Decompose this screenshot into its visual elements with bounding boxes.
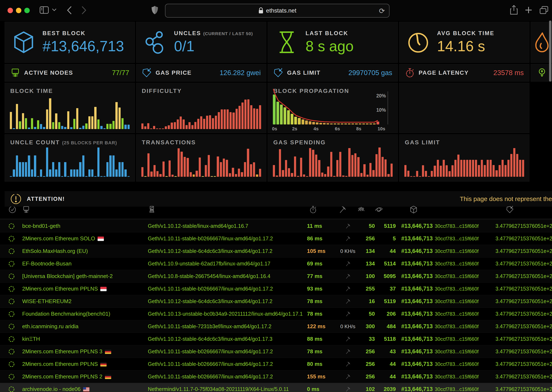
node-block-hash[interactable]: 30ccf783...c15f660f bbox=[435, 236, 495, 242]
bar bbox=[294, 156, 296, 177]
bar bbox=[76, 169, 78, 177]
node-block: #13,646,713 bbox=[401, 323, 435, 330]
node-name[interactable]: bce-bnd01-geth bbox=[22, 223, 148, 229]
bar bbox=[183, 119, 185, 129]
node-block-hash[interactable]: 30ccf783...c15f660f bbox=[435, 324, 495, 329]
node-pending: 5119 bbox=[375, 298, 396, 305]
sidebar-chevron-icon[interactable] bbox=[52, 8, 57, 11]
country-flag-sg bbox=[100, 287, 107, 291]
node-row[interactable]: 2Miners.com Ethereum PPLNS Geth/v1.10.11… bbox=[0, 282, 552, 295]
node-block-hash[interactable]: 30ccf783...c15f660f bbox=[435, 261, 495, 267]
vertical-scrollbar-thumb[interactable] bbox=[549, 21, 551, 82]
window-close-button[interactable] bbox=[7, 8, 13, 13]
node-block-hash[interactable]: 30ccf783...c15f660f bbox=[435, 223, 495, 229]
bar bbox=[197, 119, 199, 129]
bar bbox=[375, 154, 378, 177]
pickaxe-icon bbox=[345, 224, 351, 229]
pickaxe-icon bbox=[345, 236, 351, 241]
node-name[interactable]: 2Miners.com Ethereum PPLNS 2 bbox=[22, 373, 148, 380]
node-row[interactable]: kinΞTH Geth/v1.10.12-stable-6c4dc6c3/lin… bbox=[0, 333, 552, 345]
new-tab-icon[interactable] bbox=[525, 6, 532, 14]
node-row[interactable]: 2Miners.com Ethereum PPLNS Geth/v1.10.11… bbox=[0, 358, 552, 370]
column-header-people-icon[interactable] bbox=[357, 206, 375, 214]
node-block-hash[interactable]: 30ccf783...c15f660f bbox=[435, 374, 495, 380]
node-latency: 105 ms bbox=[307, 248, 338, 254]
node-name[interactable]: EthSolo.MaxHash.org (EU) bbox=[22, 248, 148, 254]
bar bbox=[221, 109, 223, 129]
node-block-hash[interactable]: 30ccf783...c15f660f bbox=[435, 361, 495, 367]
node-block-hash[interactable]: 30ccf783...c15f660f bbox=[435, 286, 495, 292]
column-header-retro-computer-icon[interactable] bbox=[148, 206, 307, 214]
stat-card-avg-block-time: AVG BLOCK TIME 14.16 s bbox=[399, 22, 529, 63]
node-row[interactable]: bce-bnd01-geth Geth/v1.10.12-stable/linu… bbox=[0, 220, 552, 232]
bar bbox=[256, 109, 258, 129]
node-name[interactable]: kinΞTH bbox=[22, 336, 148, 342]
bar bbox=[282, 170, 284, 177]
node-client: Geth/v1.10.12-stable-6c4dc6c3/linux-amd6… bbox=[148, 248, 307, 254]
node-row[interactable]: 2Miners.com Ethereum SOLO Geth/v1.10.11-… bbox=[0, 232, 552, 245]
sidebar-toggle-icon[interactable] bbox=[39, 6, 49, 14]
node-pending: 44 bbox=[375, 373, 396, 380]
bar bbox=[147, 123, 149, 129]
node-row[interactable]: Foundation Benchmarking(bench01) Geth/v1… bbox=[0, 308, 552, 320]
share-icon[interactable] bbox=[510, 5, 518, 15]
column-header-stopwatch-icon[interactable] bbox=[309, 206, 317, 214]
node-name[interactable]: 2Miners.com Ethereum PPLNS bbox=[22, 286, 148, 292]
window-minimize-button[interactable] bbox=[16, 8, 21, 13]
node-status-icon bbox=[8, 374, 22, 380]
bar bbox=[301, 119, 304, 125]
bar bbox=[106, 124, 108, 129]
node-name[interactable]: 2Miners.com Ethereum PPLNS bbox=[22, 361, 148, 367]
column-header-pickaxe-icon[interactable] bbox=[338, 206, 357, 214]
node-block-hash[interactable]: 30ccf783...c15f660f bbox=[435, 311, 495, 317]
mini-stat-value: 29970705 gas bbox=[348, 69, 392, 77]
column-header-monitor-icon[interactable] bbox=[22, 206, 148, 214]
node-name[interactable]: 2Miners.com Ethereum PPLNS 3 bbox=[22, 348, 148, 355]
column-header-saturn-icon[interactable] bbox=[375, 206, 396, 214]
node-name[interactable]: [Universa Blockchain] geth-mainnet-2 bbox=[22, 273, 148, 280]
stopwatch-icon bbox=[405, 68, 419, 78]
bar bbox=[214, 176, 216, 177]
bar bbox=[43, 176, 45, 177]
node-block-hash[interactable]: 30ccf783...c15f660f bbox=[435, 299, 495, 304]
hourglass-icon bbox=[268, 31, 306, 54]
node-row[interactable]: archivenode.io - node06 Nethermind/v1.11… bbox=[0, 383, 552, 392]
bar bbox=[404, 165, 407, 177]
node-row[interactable]: EthSolo.MaxHash.org (EU) Geth/v1.10.12-s… bbox=[0, 245, 552, 257]
column-header-cube-icon[interactable] bbox=[410, 206, 435, 214]
node-block-hash[interactable]: 30ccf783...c15f660f bbox=[435, 336, 495, 342]
node-pending: 44 bbox=[375, 361, 396, 367]
node-row[interactable]: [Universa Blockchain] geth-mainnet-2 Get… bbox=[0, 270, 552, 282]
node-row[interactable]: 2Miners.com Ethereum PPLNS 2 Geth/v1.10.… bbox=[0, 370, 552, 383]
node-row[interactable]: eth.icanmining.ru aridia Geth/v1.10.11-s… bbox=[0, 320, 552, 333]
node-name[interactable]: eth.icanmining.ru aridia bbox=[22, 323, 148, 330]
forward-button-icon[interactable] bbox=[81, 6, 87, 15]
bar bbox=[43, 127, 45, 129]
node-block-hash[interactable]: 30ccf783...c15f660f bbox=[435, 248, 495, 254]
column-header-check-circle-icon[interactable] bbox=[8, 206, 22, 214]
node-name[interactable]: WISE-ETHEREUM2 bbox=[22, 298, 148, 305]
node-name[interactable]: 2Miners.com Ethereum SOLO bbox=[22, 235, 148, 242]
reload-icon[interactable]: ⟳ bbox=[379, 7, 385, 15]
mini-stat-row: ACTIVE NODES 77/77 GAS PRICE 126.282 gwe… bbox=[5, 64, 552, 82]
column-header-tag-icon[interactable] bbox=[506, 206, 552, 214]
window-zoom-button[interactable] bbox=[24, 8, 30, 13]
bar bbox=[226, 160, 228, 177]
bar bbox=[49, 98, 51, 129]
node-row[interactable]: WISE-ETHEREUM2 Geth/v1.10.12-stable-6c4d… bbox=[0, 295, 552, 308]
address-bar[interactable]: ethstats.net ⟳ bbox=[165, 4, 389, 18]
tab-overview-icon[interactable] bbox=[539, 6, 549, 14]
bar bbox=[342, 175, 344, 177]
bar bbox=[224, 109, 226, 129]
node-name[interactable]: Foundation Benchmarking(bench01) bbox=[22, 311, 148, 317]
node-block-hash[interactable]: 30ccf783...c15f660f bbox=[435, 386, 495, 392]
bar bbox=[119, 162, 121, 177]
node-name[interactable]: archivenode.io - node06 bbox=[22, 386, 148, 392]
node-block-hash[interactable]: 30ccf783...c15f660f bbox=[435, 349, 495, 355]
node-block-hash[interactable]: 30ccf783...c15f660f bbox=[435, 273, 495, 279]
node-row[interactable]: EF-Bootnode-Busan Geth/v1.10.9-unstable-… bbox=[0, 257, 552, 270]
back-button-icon[interactable] bbox=[67, 6, 72, 15]
chart-title: DIFFICULTY bbox=[142, 88, 182, 94]
node-name[interactable]: EF-Bootnode-Busan bbox=[22, 260, 148, 267]
node-row[interactable]: 2Miners.com Ethereum PPLNS 3 Geth/v1.10.… bbox=[0, 345, 552, 358]
